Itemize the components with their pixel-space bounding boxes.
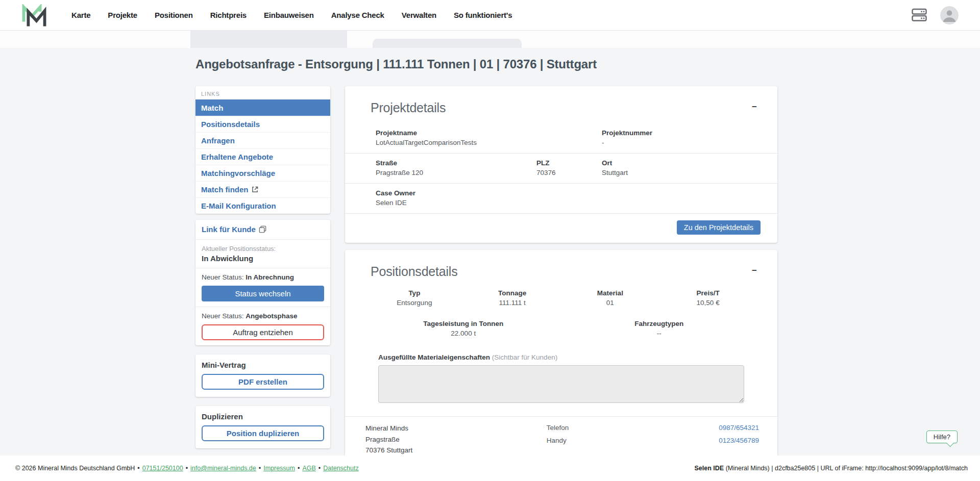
new-status-line: Neuer Status: Angebotsphase [202,312,324,320]
strasse-label: Straße [376,159,536,167]
footer-separator: • [259,465,261,472]
tonnage-label: Tonnage [463,289,561,297]
projektnummer-value: - [602,139,747,146]
material-field: Material 01 [561,289,659,307]
sidebar-item-label: Match [201,103,223,113]
nav-item-positionen[interactable]: Positionen [155,11,193,19]
position-duplizieren-button[interactable]: Position duplizieren [202,425,324,441]
customer-link-label: Link für Kunde [202,225,256,234]
current-status-value: In Abwicklung [202,254,324,263]
mini-vertrag-heading: Mini-Vertrag [202,361,324,369]
strasse-field: Straße Pragstraße 120 [376,159,536,176]
footer-link-email[interactable]: info@mineral-minds.de [190,465,256,472]
sidebar-item-anfragen[interactable]: Anfragen [195,132,330,148]
collapse-projektdetails-button[interactable]: − [749,100,760,113]
footer-link-agb[interactable]: AGB [302,465,315,472]
new-status-prefix: Neuer Status: [202,273,246,281]
typ-value: Entsorgung [365,299,463,307]
nav-item-karte[interactable]: Karte [71,11,90,19]
mineral-minds-logo-icon [21,4,47,27]
preis-label: Preis/T [659,289,757,297]
new-status-line: Neuer Status: In Abrechnung [202,273,324,281]
footer-link-phone[interactable]: 07151/250100 [142,465,183,472]
new-status-billing-section: Neuer Status: In Abrechnung Status wechs… [195,268,330,307]
status-wechseln-button[interactable]: Status wechseln [202,286,324,301]
customer-link[interactable]: Link für Kunde [202,225,266,234]
pdf-erstellen-button[interactable]: PDF erstellen [202,374,324,390]
copy-icon [259,225,266,233]
sidebar-item-email-konfiguration[interactable]: E-Mail Konfiguration [195,197,330,214]
sidebar-item-label: Anfragen [201,136,235,145]
footer-link-datenschutz[interactable]: Datenschutz [323,465,358,472]
sidebar-item-positionsdetails[interactable]: Positionsdetails [195,116,330,132]
positionsdetails-header: Positionsdetails − [345,250,777,287]
collapse-positionsdetails-button[interactable]: − [749,264,760,277]
material-properties-label-line: Ausgefüllte Materialeigenschaften (Sicht… [378,353,744,361]
header-actions [912,6,959,24]
material-value: 01 [561,299,659,307]
projektdetails-title: Projektdetails [371,100,446,115]
brand-logo[interactable] [21,4,47,27]
company-street: Pragstraße [365,434,547,445]
footer-separator: • [298,465,300,472]
typ-label: Typ [365,289,463,297]
company-address: Mineral Minds Pragstraße 70376 Stuttgart [365,423,547,456]
current-status-label: Aktueller Positionsstatus: [202,245,324,252]
sidebar-item-erhaltene-angebote[interactable]: Erhaltene Angebote [195,148,330,165]
duplizieren-heading: Duplizieren [202,412,324,421]
nav-item-analyse-check[interactable]: Analyse Check [331,11,384,19]
company-name: Mineral Minds [365,423,547,434]
nav-item-so-funktionierts[interactable]: So funktioniert's [454,11,512,19]
zu-den-projektdetails-button[interactable]: Zu den Projektdetails [677,220,761,235]
sidebar-item-match-finden[interactable]: Match finden [195,181,330,197]
case-owner-row: Case Owner Selen IDE [345,183,777,213]
nav-item-richtpreis[interactable]: Richtpreis [210,11,247,19]
nav-item-verwalten[interactable]: Verwalten [402,11,436,19]
telefon-row: Telefon 0987/654321 [547,424,759,432]
sidebar-item-label: Erhaltene Angebote [201,152,273,162]
material-properties-section: Ausgefüllte Materialeigenschaften (Sicht… [378,353,744,403]
typ-field: Typ Entsorgung [365,289,463,307]
app-viewport: Karte Projekte Positionen Richtpreis Ein… [0,0,980,481]
ort-label: Ort [602,159,747,167]
ort-field: Ort Stuttgart [602,159,747,176]
tagesleistung-field: Tagesleistung in Tonnen 22.000 t [365,320,561,337]
user-avatar[interactable] [940,6,959,24]
plz-field: PLZ 70376 [536,159,602,176]
projektname-label: Projektname [376,129,536,137]
material-properties-label: Ausgefüllte Materialeigenschaften [378,353,490,361]
sidebar-item-label: Matchingvorschläge [201,168,275,178]
nav-item-projekte[interactable]: Projekte [108,11,137,19]
scrolled-content-strip [0,31,980,48]
handy-link[interactable]: 0123/456789 [719,437,759,444]
sidebar-item-match[interactable]: Match [195,99,330,116]
server-stack-icon[interactable] [912,8,927,22]
person-icon [940,6,959,24]
telefon-link[interactable]: 0987/654321 [719,424,759,432]
duplizieren-card: Duplizieren Position duplizieren [195,406,330,448]
customer-link-section: Link für Kunde [195,220,330,239]
projektnummer-label: Projektnummer [602,129,747,137]
projektnummer-field: Projektnummer - [602,129,747,146]
footer-separator: • [137,465,139,472]
handy-row: Handy 0123/456789 [547,437,759,444]
company-city: 70376 Stuttgart [365,445,547,456]
footer-link-impressum[interactable]: Impressum [263,465,295,472]
fahrzeugtypen-label: Fahrzeugtypen [561,320,757,327]
case-owner-value: Selen IDE [376,199,747,207]
projektname-field: Projektname LotActualTargetComparisonTes… [376,129,536,146]
help-button[interactable]: Hilfe? [926,431,958,443]
strasse-value: Pragstraße 120 [376,169,536,176]
address-row: Straße Pragstraße 120 PLZ 70376 Ort Stut… [345,153,777,183]
content-placeholder-block [190,31,347,48]
new-status-offer-section: Neuer Status: Angebotsphase Auftrag entz… [195,307,330,345]
ort-value: Stuttgart [602,169,747,176]
material-properties-textarea[interactable] [378,365,744,403]
footer-session-user: Selen IDE [695,465,724,472]
footer: © 2026 Mineral Minds Deutschland GmbH • … [0,455,980,481]
sidebar-item-matchingvorschlaege[interactable]: Matchingvorschläge [195,165,330,181]
auftrag-entziehen-button[interactable]: Auftrag entziehen [202,324,324,340]
telefon-label: Telefon [547,424,569,432]
nav-item-einbauweisen[interactable]: Einbauweisen [264,11,314,19]
new-status-value: Angebotsphase [246,312,297,320]
